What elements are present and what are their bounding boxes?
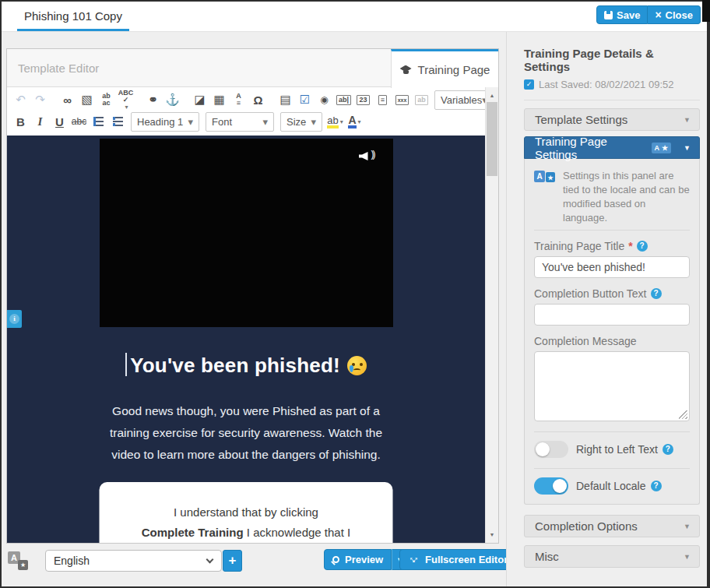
spellcheck-icon[interactable]: ABC✓▾: [117, 90, 135, 109]
document-tab[interactable]: Phishing 101 Copy: [17, 2, 129, 31]
completion-message-label-text: Completion Message: [534, 335, 637, 347]
link-icon[interactable]: ⚭: [144, 90, 162, 109]
text-color-icon[interactable]: A▾: [346, 112, 364, 131]
sidebar-divider: [524, 100, 700, 100]
document-tab-label: Phishing 101 Copy: [24, 9, 122, 23]
expand-icon: [409, 555, 419, 565]
paragraph-format-dropdown[interactable]: Heading 1▾: [131, 112, 199, 132]
radio-button-icon[interactable]: ◉: [315, 90, 333, 109]
rtl-label-text: Right to Left Text: [576, 443, 658, 456]
unordered-list-icon[interactable]: [109, 112, 127, 131]
size-dropdown[interactable]: Size▾: [280, 112, 322, 132]
preview-button[interactable]: Preview: [324, 549, 392, 570]
select-field-icon[interactable]: ≡: [374, 90, 392, 109]
checkbox-icon[interactable]: ☑: [296, 90, 314, 109]
anchor-icon[interactable]: ⚓: [163, 90, 181, 109]
speaker-icon[interactable]: [359, 152, 368, 160]
default-locale-toggle[interactable]: [534, 477, 568, 495]
accordion-misc[interactable]: Misc ▼: [524, 545, 700, 568]
scrollbar-thumb[interactable]: [487, 102, 497, 176]
toolbar-row-1: ↶↷∞▧abacABC✓▾⚭⚓◪▦A≡Ω▤☑◉ab|23≡xxxabVariab…: [11, 89, 494, 111]
ordered-list-icon[interactable]: [90, 112, 107, 131]
help-icon[interactable]: [637, 241, 648, 252]
magnifier-icon: [332, 556, 339, 563]
training-page-canvas[interactable]: You've been phished! Good news though, y…: [7, 136, 485, 543]
accordion-template-settings[interactable]: Template Settings ▼: [524, 108, 700, 131]
accordion-training-page-settings[interactable]: Training Page Settings A★ ▼: [524, 136, 700, 159]
speaker-waves-icon: [371, 149, 374, 160]
text-field-icon[interactable]: ab|: [335, 90, 353, 109]
replace-icon[interactable]: abac: [97, 90, 115, 109]
form-icon[interactable]: ▤: [276, 90, 294, 109]
tab-template-editor[interactable]: Template Editor: [18, 49, 99, 87]
last-saved-row: Last Saved: 08/02/2021 09:52: [524, 79, 700, 90]
panel-divider: [534, 468, 690, 469]
font-dropdown[interactable]: Font▾: [206, 112, 274, 132]
toolbar-row-2: BIUabcHeading 1▾Font▾Size▾ab▾A▾: [11, 111, 494, 132]
redo-icon[interactable]: ↷: [31, 90, 49, 109]
language-badge-icon: [8, 551, 28, 570]
richtext-toolbar: ↶↷∞▧abacABC✓▾⚭⚓◪▦A≡Ω▤☑◉ab|23≡xxxabVariab…: [7, 87, 498, 134]
crying-face-emoji: [347, 356, 367, 375]
image-icon[interactable]: ◪: [191, 90, 209, 109]
help-icon[interactable]: [651, 481, 662, 491]
select-all-icon[interactable]: ▧: [78, 90, 96, 109]
text-cursor: [125, 353, 127, 376]
training-page-title-input[interactable]: [534, 256, 690, 278]
panel-divider: [534, 230, 690, 231]
help-icon[interactable]: [663, 444, 673, 455]
strikethrough-icon[interactable]: abc: [70, 112, 88, 131]
close-button[interactable]: ×Close: [648, 5, 701, 24]
special-character-icon[interactable]: Ω: [249, 90, 267, 109]
locale-notice-text: Settings in this panel are tied to the l…: [563, 169, 690, 225]
scroll-down-arrow[interactable]: [486, 528, 498, 541]
completion-message-textarea[interactable]: [534, 351, 690, 421]
video-player[interactable]: [100, 139, 393, 327]
locale-notice: A★ Settings in this panel are tied to th…: [534, 169, 690, 225]
button-field-icon[interactable]: ab: [413, 90, 431, 109]
completion-button-text-label: Completion Button Text: [534, 281, 690, 300]
underline-icon[interactable]: U: [51, 112, 69, 131]
help-icon[interactable]: [651, 288, 662, 299]
table-icon[interactable]: ▦: [210, 90, 228, 109]
language-select-value: English: [54, 555, 90, 567]
info-button[interactable]: [7, 310, 22, 328]
scroll-up-arrow[interactable]: [486, 89, 498, 102]
completion-button-text-input[interactable]: [534, 304, 690, 326]
highlight-color-icon[interactable]: ab▾: [326, 112, 344, 131]
editor-scrollbar[interactable]: [485, 87, 498, 543]
editor-tabstrip: Template Editor Training Page: [7, 49, 498, 87]
undo-icon[interactable]: ↶: [12, 90, 30, 109]
textarea-icon[interactable]: 23: [354, 90, 372, 109]
accordion-completion-options[interactable]: Completion Options ▼: [524, 515, 700, 537]
bold-icon[interactable]: B: [12, 112, 30, 131]
chevron-down-icon: ▼: [684, 144, 691, 152]
resize-grip-icon[interactable]: [679, 410, 687, 419]
phished-heading: You've been phished!: [7, 353, 485, 378]
save-button[interactable]: Save: [596, 5, 648, 24]
default-locale-toggle-label: Default Locale: [576, 480, 662, 492]
horizontal-rule-icon[interactable]: A≡: [230, 90, 248, 109]
info-icon: [9, 314, 19, 324]
training-page-settings-panel: A★ Settings in this panel are tied to th…: [524, 159, 700, 505]
fullscreen-editor-button[interactable]: Fullscreen Editor: [399, 549, 517, 570]
add-language-button[interactable]: +: [223, 550, 242, 572]
default-locale-toggle-row: Default Locale: [534, 477, 690, 495]
window-corner: [702, 0, 710, 22]
tab-training-page[interactable]: Training Page: [391, 49, 498, 88]
tab-training-page-label: Training Page: [418, 63, 490, 76]
chevron-down-icon: ▼: [684, 116, 691, 124]
acknowledgement-line1: I understand that by clicking: [100, 505, 393, 519]
find-icon[interactable]: ∞: [58, 90, 76, 109]
accordion-template-settings-label: Template Settings: [535, 113, 627, 126]
language-select[interactable]: English: [45, 550, 222, 572]
floppy-disk-icon: [604, 11, 613, 19]
last-saved-text: Last Saved: 08/02/2021 09:52: [539, 79, 673, 90]
italic-icon[interactable]: I: [31, 112, 49, 131]
toggle-knob: [536, 442, 550, 456]
complete-training-bold: Complete Training: [142, 526, 244, 539]
rtl-toggle[interactable]: [534, 441, 568, 458]
top-header-bar: Phishing 101 Copy Save ×Close: [2, 2, 707, 32]
panel-divider: [534, 431, 690, 432]
hidden-field-icon[interactable]: xxx: [393, 90, 411, 109]
